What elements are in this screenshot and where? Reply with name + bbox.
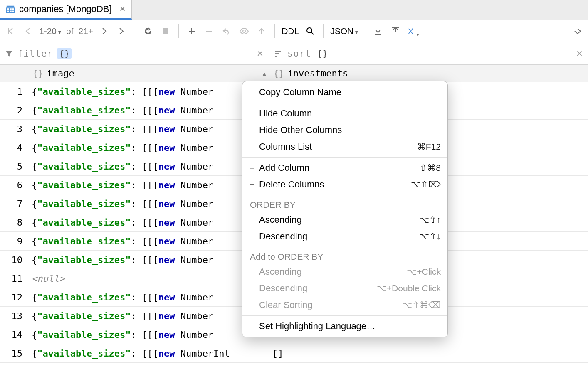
- row-number: 6: [0, 180, 28, 190]
- row-number: 10: [0, 255, 28, 265]
- cell-image[interactable]: {"available_sizes": [[[new Number: [28, 236, 269, 246]
- first-page-icon[interactable]: [4, 25, 17, 37]
- row-number: 2: [0, 105, 28, 116]
- row-number: 3: [0, 124, 28, 134]
- remove-row-icon[interactable]: [203, 25, 215, 37]
- menu-delete-columns[interactable]: −Delete Columns⌥⇧⌦: [242, 176, 447, 193]
- menu-section-order-by: ORDER BY: [242, 197, 447, 212]
- format-dropdown[interactable]: JSON▾: [330, 26, 358, 36]
- braces-icon: {}: [32, 68, 44, 79]
- row-number: 13: [0, 311, 28, 321]
- row-number: 8: [0, 217, 28, 228]
- import-icon[interactable]: [389, 25, 402, 37]
- plus-icon: ＋: [247, 162, 257, 174]
- row-number: 14: [0, 330, 28, 340]
- column-context-menu: Copy Column Name Hide Column Hide Other …: [242, 81, 448, 337]
- row-number: 15: [0, 348, 28, 359]
- filter-box[interactable]: filter {} ✕: [0, 42, 269, 64]
- filter-label: filter: [17, 48, 53, 59]
- cell-image[interactable]: {"available_sizes": [[[new Number: [28, 180, 269, 190]
- search-icon[interactable]: [304, 25, 316, 37]
- cell-image[interactable]: {"available_sizes": [[[new Number: [28, 86, 269, 97]
- table-icon: [6, 5, 15, 14]
- sort-box[interactable]: sort {} ✕: [269, 42, 588, 64]
- menu-columns-list[interactable]: Columns List⌘F12: [242, 138, 447, 155]
- cell-image[interactable]: {"available_sizes": [[[new Number: [28, 255, 269, 265]
- toolbar: 1-20▾ of 21+ DDL JSON▾ ▾: [0, 20, 588, 42]
- row-number: 9: [0, 236, 28, 246]
- menu-section-add-order-by: Add to ORDER BY: [242, 249, 447, 263]
- menu-clear-sorting: Clear Sorting⌥⇧⌘⌫: [242, 297, 447, 313]
- filter-icon: [5, 49, 13, 58]
- prev-page-icon[interactable]: [22, 25, 34, 37]
- column-name: image: [47, 68, 74, 79]
- close-icon[interactable]: ✕: [116, 5, 126, 14]
- table-row[interactable]: 15{"available_sizes": [[[new NumberInt[]: [0, 344, 588, 363]
- cell-image[interactable]: {"available_sizes": [[[new Number: [28, 330, 269, 340]
- sort-indicator-icon: ▲: [263, 70, 266, 77]
- sort-label: sort: [287, 48, 311, 59]
- cell-image[interactable]: {"available_sizes": [[[new Number: [28, 105, 269, 116]
- ddl-button[interactable]: DDL: [282, 26, 299, 36]
- stop-icon[interactable]: [159, 25, 172, 37]
- column-header-investments[interactable]: {} investments: [269, 65, 588, 82]
- submit-icon[interactable]: [255, 25, 268, 37]
- menu-hide-other-columns[interactable]: Hide Other Columns: [242, 122, 447, 138]
- svg-point-6: [243, 30, 245, 32]
- menu-add-order-desc: Descending⌥+Double Click: [242, 280, 447, 297]
- sort-value: {}: [315, 48, 330, 59]
- row-number: 4: [0, 143, 28, 153]
- next-page-icon[interactable]: [98, 25, 111, 37]
- cell-image[interactable]: {"available_sizes": [[[new Number: [28, 217, 269, 228]
- column-header-image[interactable]: {} image ▲: [28, 65, 269, 82]
- row-number: 11: [0, 273, 28, 284]
- sort-icon: [274, 50, 283, 57]
- cell-investments[interactable]: []: [269, 348, 588, 359]
- svg-rect-5: [163, 28, 168, 34]
- filter-sort-bar: filter {} ✕ sort {} ✕: [0, 42, 588, 65]
- page-total: 21+: [79, 26, 94, 36]
- revert-icon[interactable]: [220, 25, 233, 37]
- cell-image[interactable]: {"available_sizes": [[[new Number: [28, 161, 269, 172]
- menu-add-column[interactable]: ＋Add Column⇧⌘8: [242, 160, 447, 176]
- menu-order-asc[interactable]: Ascending⌥⇧↑: [242, 212, 447, 228]
- row-number-header[interactable]: [0, 65, 28, 82]
- column-name: investments: [288, 68, 348, 79]
- last-page-icon[interactable]: [116, 25, 128, 37]
- tab-title: companies [MongoDB]: [19, 4, 112, 15]
- cell-image[interactable]: {"available_sizes": [[[new Number: [28, 124, 269, 134]
- menu-set-highlighting-language[interactable]: Set Highlighting Language…: [242, 318, 447, 335]
- editor-tab[interactable]: companies [MongoDB] ✕: [0, 0, 132, 20]
- cell-image[interactable]: {"available_sizes": [[[new Number: [28, 199, 269, 209]
- export-icon[interactable]: [372, 25, 384, 37]
- filter-value: {}: [57, 48, 72, 59]
- cell-image[interactable]: {"available_sizes": [[[new Number: [28, 143, 269, 153]
- menu-order-desc[interactable]: Descending⌥⇧↓: [242, 228, 447, 245]
- add-row-icon[interactable]: [185, 25, 198, 37]
- clear-filter-icon[interactable]: ✕: [257, 49, 264, 59]
- page-range[interactable]: 1-20▾: [39, 26, 61, 36]
- tab-bar: companies [MongoDB] ✕: [0, 0, 588, 20]
- cell-image[interactable]: {"available_sizes": [[[new Number: [28, 311, 269, 321]
- menu-copy-column-name[interactable]: Copy Column Name: [242, 84, 447, 101]
- row-number: 7: [0, 199, 28, 209]
- overflow-icon[interactable]: [571, 25, 584, 37]
- menu-hide-column[interactable]: Hide Column: [242, 105, 447, 122]
- row-number: 12: [0, 292, 28, 303]
- row-number: 1: [0, 86, 28, 97]
- braces-icon: {}: [273, 68, 284, 79]
- svg-rect-0: [7, 6, 14, 8]
- column-header-row: {} image ▲ {} investments: [0, 65, 588, 82]
- cell-image[interactable]: {"available_sizes": [[[new NumberInt: [28, 348, 269, 359]
- clear-sort-icon[interactable]: ✕: [576, 49, 583, 59]
- cell-image[interactable]: <null>: [28, 273, 269, 284]
- svg-point-7: [307, 28, 312, 33]
- cell-image[interactable]: {"available_sizes": [[[new Number: [28, 292, 269, 303]
- compare-icon[interactable]: ▾: [407, 25, 419, 37]
- refresh-icon[interactable]: [142, 25, 154, 37]
- preview-icon[interactable]: [238, 25, 250, 37]
- page-of-label: of: [66, 26, 74, 36]
- row-number: 5: [0, 161, 28, 172]
- minus-icon: −: [247, 179, 257, 190]
- menu-add-order-asc: Ascending⌥+Click: [242, 263, 447, 280]
